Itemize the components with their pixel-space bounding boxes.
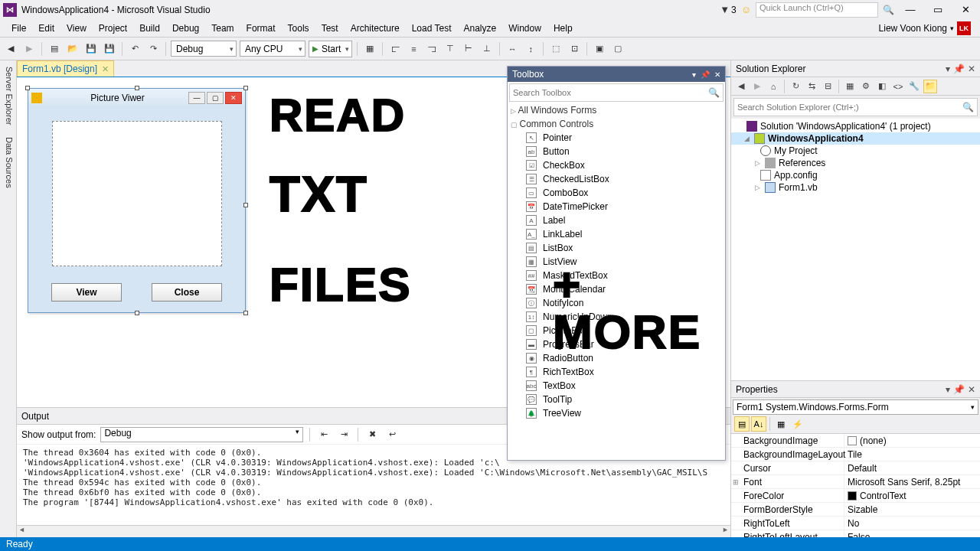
toolbox-item-progressbar[interactable]: ▬ProgressBar — [508, 337, 725, 351]
search-icon[interactable]: 🔍 — [962, 102, 974, 112]
toolbox-item-label[interactable]: ALabel — [508, 214, 725, 227]
form1vb-node[interactable]: ▷Form1.vb — [731, 181, 980, 194]
menu-format[interactable]: Format — [241, 21, 281, 35]
toolbox-item-radiobutton[interactable]: ◉RadioButton — [508, 351, 725, 365]
toolbox-item-textbox[interactable]: abcTextBox — [508, 379, 725, 393]
feedback-icon[interactable]: ☺ — [741, 4, 751, 15]
menu-project[interactable]: Project — [93, 21, 132, 35]
menu-tools[interactable]: Tools — [283, 21, 315, 35]
solexp-dropdown-icon[interactable]: ▾ — [946, 64, 950, 74]
bring-front-icon[interactable]: ▣ — [592, 41, 607, 57]
menu-team[interactable]: Team — [206, 21, 239, 35]
toolbox-item-picturebox[interactable]: ▢PictureBox — [508, 324, 725, 337]
menu-debug[interactable]: Debug — [167, 21, 204, 35]
menu-window[interactable]: Window — [503, 21, 547, 35]
references-node[interactable]: ▷References — [731, 157, 980, 169]
group-all-forms[interactable]: All Windows Forms — [508, 103, 725, 117]
align-top-icon[interactable]: ⊤ — [443, 41, 458, 57]
doc-tab-form1[interactable]: Form1.vb [Design] ✕ — [17, 60, 114, 77]
toolbox-item-listview[interactable]: ▦ListView — [508, 255, 725, 269]
data-sources-tab[interactable]: Data Sources — [0, 131, 16, 194]
search-icon[interactable]: 🔍 — [883, 5, 894, 15]
prop-righttoleftlayout[interactable]: RightToLeftLayoutFalse — [731, 530, 980, 537]
refresh-icon[interactable]: ↻ — [789, 80, 802, 93]
prop-forecolor[interactable]: ForeColorControlText — [731, 489, 980, 503]
events-icon[interactable]: ⚡ — [790, 416, 805, 432]
toolbox-item-pointer[interactable]: ↖Pointer — [508, 131, 725, 145]
view-button[interactable]: View — [51, 283, 122, 302]
toolbox-item-datetimepicker[interactable]: 📅DateTimePicker — [508, 200, 725, 214]
search-icon[interactable]: 🔍 — [708, 87, 720, 98]
folder-icon[interactable]: 📁 — [923, 80, 937, 93]
layout-icon[interactable]: ▦ — [362, 41, 377, 57]
props-close-icon[interactable]: ✕ — [968, 384, 975, 395]
close-tab-icon[interactable]: ✕ — [102, 64, 109, 74]
toolbox-item-button[interactable]: abButton — [508, 145, 725, 158]
properties-grid[interactable]: BackgroundImage(none)BackgroundImageLayo… — [731, 433, 980, 537]
solexp-search[interactable]: 🔍 — [733, 98, 978, 116]
toolbox-close-icon[interactable]: ✕ — [714, 70, 720, 79]
solexp-close-icon[interactable]: ✕ — [968, 64, 975, 74]
solution-tree[interactable]: Solution 'WindowsApplication4' (1 projec… — [731, 119, 980, 380]
prop-font[interactable]: Font⊞Microsoft Sans Serif, 8.25pt — [731, 475, 980, 489]
nav-back-icon[interactable]: ◀ — [3, 41, 18, 57]
prop-cursor[interactable]: CursorDefault — [731, 461, 980, 475]
output-hscroll[interactable] — [17, 525, 730, 537]
props-page-icon[interactable]: ▦ — [773, 416, 789, 432]
menu-file[interactable]: File — [6, 21, 31, 35]
categorized-icon[interactable]: ▤ — [734, 416, 750, 432]
menu-analyze[interactable]: Analyze — [459, 21, 502, 35]
props-dropdown-icon[interactable]: ▾ — [946, 384, 950, 395]
group-common-controls[interactable]: Common Controls — [508, 117, 725, 131]
code-icon[interactable]: <> — [891, 80, 905, 93]
server-explorer-tab[interactable]: Server Explorer — [0, 60, 16, 131]
prop-backgroundimagelayout[interactable]: BackgroundImageLayoutTile — [731, 448, 980, 461]
menu-load-test[interactable]: Load Test — [407, 21, 457, 35]
undo-icon[interactable]: ↶ — [127, 41, 142, 57]
config-combo[interactable]: Debug — [171, 41, 237, 57]
output-source-combo[interactable]: Debug — [100, 427, 303, 442]
collapse-icon[interactable]: ⊟ — [821, 80, 835, 93]
platform-combo[interactable]: Any CPU — [240, 41, 305, 57]
align-mid-icon[interactable]: ⊢ — [461, 41, 476, 57]
user-account[interactable]: Liew Voon Kiong▾ LK — [876, 21, 974, 35]
menu-view[interactable]: View — [61, 21, 92, 35]
showall-icon[interactable]: ▦ — [843, 80, 857, 93]
myproject-node[interactable]: My Project — [731, 145, 980, 157]
output-wrap-icon[interactable]: ↩ — [384, 427, 400, 442]
menu-test[interactable]: Test — [316, 21, 344, 35]
maximize-button[interactable]: ▭ — [926, 4, 949, 15]
hspace-icon[interactable]: ↔ — [505, 41, 520, 57]
toolbox-pin-icon[interactable]: 📌 — [701, 70, 710, 79]
toolbox-search-input[interactable] — [513, 88, 708, 97]
preview-icon[interactable]: ◧ — [875, 80, 889, 93]
output-next-icon[interactable]: ⇥ — [336, 427, 351, 442]
picturebox-control[interactable] — [52, 121, 222, 266]
toolbox-item-maskedtextbox[interactable]: ##MaskedTextBox — [508, 269, 725, 282]
align-left-icon[interactable]: ⫍ — [387, 41, 403, 57]
solexp-pin-icon[interactable]: 📌 — [953, 64, 965, 74]
save-all-icon[interactable]: 💾 — [102, 41, 117, 57]
winform-preview[interactable]: Picture Viwer — ▢ ✕ View Close — [28, 88, 246, 313]
menu-architecture[interactable]: Architecture — [345, 21, 405, 35]
project-node[interactable]: ◢WindowsApplication4 — [731, 132, 980, 145]
solexp-search-input[interactable] — [737, 103, 962, 112]
center-icon[interactable]: ⊡ — [567, 41, 582, 57]
props-pin-icon[interactable]: 📌 — [953, 384, 965, 395]
prop-righttoleft[interactable]: RightToLeftNo — [731, 517, 980, 530]
toolbox-item-tooltip[interactable]: 💬ToolTip — [508, 393, 725, 406]
home-icon[interactable]: ⌂ — [766, 80, 780, 93]
redo-icon[interactable]: ↷ — [145, 41, 161, 57]
appconfig-node[interactable]: App.config — [731, 169, 980, 181]
toolbox-dropdown-icon[interactable]: ▾ — [692, 70, 696, 79]
prop-formborderstyle[interactable]: FormBorderStyleSizable — [731, 503, 980, 517]
toolbox-search[interactable]: 🔍 — [509, 83, 724, 102]
send-back-icon[interactable]: ▢ — [610, 41, 626, 57]
solution-node[interactable]: Solution 'WindowsApplication4' (1 projec… — [731, 120, 980, 132]
toolbox-item-combobox[interactable]: ▭ComboBox — [508, 186, 725, 200]
alpha-icon[interactable]: A↓ — [751, 416, 766, 432]
start-button[interactable]: Start — [309, 41, 352, 57]
sync-icon[interactable]: ⇆ — [805, 80, 818, 93]
align-right-icon[interactable]: ⫎ — [424, 41, 439, 57]
output-clear-icon[interactable]: ✖ — [364, 427, 380, 442]
